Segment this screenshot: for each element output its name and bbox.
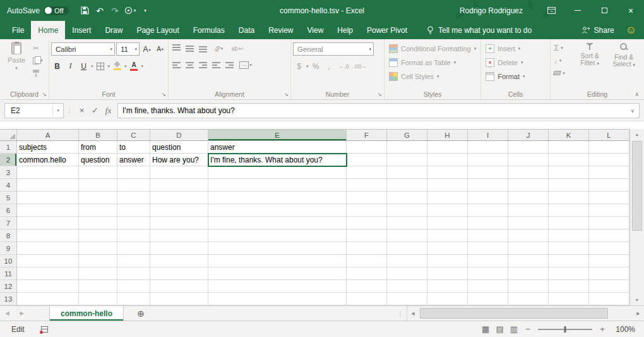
cell-J5[interactable] [508, 192, 549, 204]
cell-J10[interactable] [508, 255, 549, 267]
cell-D6[interactable] [150, 204, 208, 217]
cell-K4[interactable] [549, 179, 589, 192]
increase-indent-button[interactable] [224, 59, 236, 71]
cell-G2[interactable] [387, 154, 427, 166]
percent-style-button[interactable]: % [310, 60, 322, 72]
cell-F3[interactable] [347, 166, 387, 179]
cell-B7[interactable] [79, 217, 117, 230]
cell-B8[interactable] [79, 230, 117, 242]
cell-J7[interactable] [508, 217, 549, 230]
row-header-1[interactable]: 1 [0, 141, 17, 154]
cancel-button[interactable]: × [75, 103, 88, 118]
row-header-9[interactable]: 9 [0, 242, 17, 255]
cell-F2[interactable] [347, 154, 387, 166]
vertical-scroll-thumb[interactable] [632, 141, 642, 231]
cell-I1[interactable] [468, 141, 508, 154]
cell-E12[interactable] [208, 280, 347, 293]
scroll-down-button[interactable]: ▼ [630, 295, 644, 305]
cell-C9[interactable] [117, 242, 150, 255]
cell-H9[interactable] [427, 242, 468, 255]
scroll-left-button[interactable]: ◀ [407, 311, 419, 316]
insert-cells-button[interactable]: +Insert▾ [483, 42, 548, 55]
number-dialog-launcher[interactable]: ↘ [377, 92, 382, 97]
cell-F5[interactable] [347, 192, 387, 204]
cell-I9[interactable] [468, 242, 508, 255]
horizontal-scroll-track[interactable] [419, 306, 633, 321]
cell-D5[interactable] [150, 192, 208, 204]
cell-B2[interactable]: question [79, 154, 117, 166]
cell-F7[interactable] [347, 217, 387, 230]
sheet-nav-left-button[interactable]: ◀ [0, 306, 15, 321]
merge-center-button[interactable]: ↔▾ [237, 59, 254, 71]
formula-bar-expand-button[interactable]: ∨ [626, 107, 635, 114]
cell-G6[interactable] [387, 204, 427, 217]
vertical-scroll-track[interactable] [630, 140, 644, 295]
decrease-font-size-button[interactable]: A▾ [154, 43, 166, 55]
cell-L12[interactable] [589, 280, 629, 293]
cell-I2[interactable] [468, 154, 508, 166]
cell-F13[interactable] [347, 293, 387, 305]
cell-H2[interactable] [427, 154, 468, 166]
cell-I12[interactable] [468, 280, 508, 293]
cell-I6[interactable] [468, 204, 508, 217]
maximize-button[interactable] [591, 0, 617, 21]
cell-H6[interactable] [427, 204, 468, 217]
select-all-button[interactable] [0, 130, 17, 140]
scroll-right-button[interactable]: ▶ [633, 311, 644, 316]
cell-B12[interactable] [79, 280, 117, 293]
align-right-button[interactable] [197, 59, 209, 71]
format-cells-button[interactable]: Format▾ [483, 70, 548, 83]
cell-I7[interactable] [468, 217, 508, 230]
cell-E13[interactable] [208, 293, 347, 305]
column-header-D[interactable]: D [150, 130, 208, 140]
cell-D8[interactable] [150, 230, 208, 242]
cell-L10[interactable] [589, 255, 629, 267]
font-size-combo[interactable]: 11▾ [116, 42, 140, 56]
cell-G10[interactable] [387, 255, 427, 267]
cell-E4[interactable] [208, 179, 347, 192]
cell-J4[interactable] [508, 179, 549, 192]
cell-K6[interactable] [549, 204, 589, 217]
cell-J1[interactable] [508, 141, 549, 154]
cell-E7[interactable] [208, 217, 347, 230]
cell-L11[interactable] [589, 267, 629, 280]
normal-view-button[interactable]: ▦ [482, 324, 489, 334]
undo-button[interactable]: ↶ [93, 3, 107, 19]
zoom-slider[interactable] [538, 329, 592, 330]
cell-styles-button[interactable]: Cell Styles▾ [386, 70, 479, 83]
delete-cells-button[interactable]: ×Delete▾ [483, 56, 548, 69]
cell-D9[interactable] [150, 242, 208, 255]
cell-G4[interactable] [387, 179, 427, 192]
cell-B1[interactable]: from [79, 141, 117, 154]
zoom-in-button[interactable]: + [599, 324, 606, 334]
wrap-text-button[interactable]: ab↩ [228, 42, 247, 54]
cell-K3[interactable] [549, 166, 589, 179]
cell-A6[interactable] [17, 204, 79, 217]
tab-formulas[interactable]: Formulas [186, 21, 232, 39]
cell-B11[interactable] [79, 267, 117, 280]
cell-F12[interactable] [347, 280, 387, 293]
cell-I4[interactable] [468, 179, 508, 192]
cell-G5[interactable] [387, 192, 427, 204]
cell-J2[interactable] [508, 154, 549, 166]
row-header-10[interactable]: 10 [0, 255, 17, 267]
tab-review[interactable]: Review [261, 21, 300, 39]
cell-E10[interactable] [208, 255, 347, 267]
cell-E11[interactable] [208, 267, 347, 280]
orientation-button[interactable]: ab▾ [210, 42, 227, 54]
italic-button[interactable]: I [64, 60, 76, 72]
cell-C13[interactable] [117, 293, 150, 305]
cell-E3[interactable] [208, 166, 347, 179]
align-left-button[interactable] [170, 59, 182, 71]
share-button[interactable]: Share [581, 21, 614, 39]
cell-J8[interactable] [508, 230, 549, 242]
cell-F10[interactable] [347, 255, 387, 267]
cell-G3[interactable] [387, 166, 427, 179]
fill-color-button[interactable] [111, 60, 123, 72]
decrease-indent-button[interactable] [210, 59, 222, 71]
sheet-tab-common-hello[interactable]: common-hello [49, 306, 124, 321]
cell-D1[interactable]: question [150, 141, 208, 154]
find-select-button[interactable]: Find & Select ▾ [608, 39, 640, 68]
cell-K8[interactable] [549, 230, 589, 242]
cell-H3[interactable] [427, 166, 468, 179]
